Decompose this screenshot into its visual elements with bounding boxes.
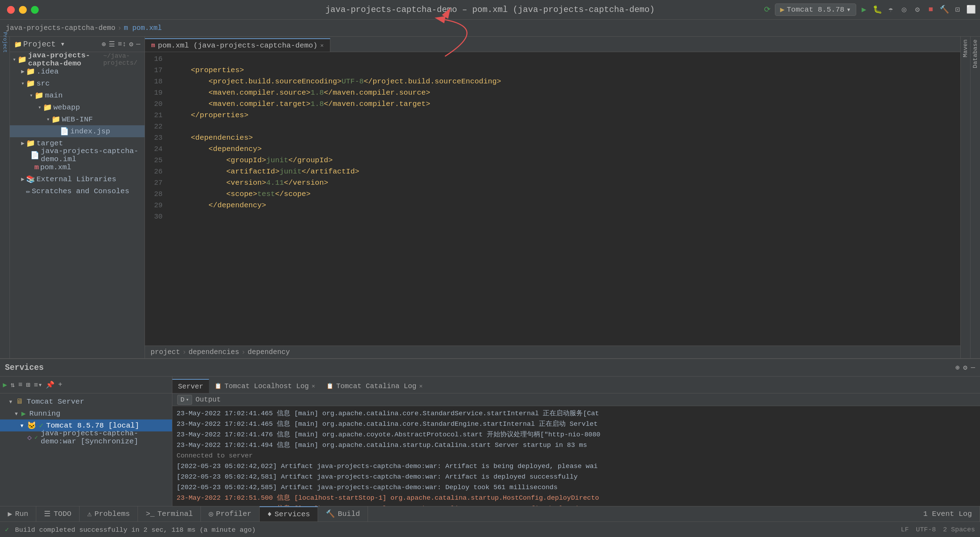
tree-iml[interactable]: ▶ 📄 java-projects-captcha-demo.iml	[10, 149, 145, 161]
log-tab-localhost-close[interactable]: ✕	[312, 382, 315, 390]
project-panel: 📁Project ▾ ⊕ ☰ ≡↕ ⚙ — ▾ 📁 java-projects-…	[10, 37, 145, 358]
log-line-5: Connected to server	[177, 451, 976, 461]
services-label: Services	[275, 510, 310, 518]
expand-icon[interactable]: ⬜	[965, 4, 977, 16]
run-config-dropdown[interactable]: ▶ Tomcat 8.5.78 ▾	[775, 3, 856, 16]
profile-icon[interactable]: ◎	[898, 4, 910, 16]
bottom-tab-terminal[interactable]: >_ Terminal	[138, 507, 201, 521]
chevron-down-icon: ▾	[846, 5, 851, 14]
panel-gear-icon[interactable]: ⚙	[129, 40, 133, 49]
svc-tree-running[interactable]: ▾ ▶ Running	[0, 408, 172, 419]
bottom-tab-build[interactable]: 🔨 Build	[318, 507, 368, 521]
output-label: Output	[196, 395, 221, 404]
run-icon[interactable]: ▶	[858, 4, 870, 16]
log-line-6: [2022-05-23 05:02:42,022] Artifact java-…	[177, 461, 976, 472]
tree-indexjsp[interactable]: ▶ 📄 index.jsp	[10, 125, 145, 137]
coverage-icon[interactable]: ☂	[885, 4, 896, 16]
log-tab-catalina-close[interactable]: ✕	[419, 382, 423, 390]
svc-collapse-icon[interactable]: ≡	[18, 381, 22, 389]
svc-tree-artifact[interactable]: ▾ ◇ ✓ java-projects-captcha-demo:war [Sy…	[0, 432, 172, 443]
services-tree: ▾ 🖥 Tomcat Server ▾ ▶ Running ▾ 🐱 ✓	[0, 394, 172, 506]
build-icon[interactable]: 🔨	[939, 4, 950, 16]
svc-tree-tomcat-server[interactable]: ▾ 🖥 Tomcat Server	[0, 395, 172, 408]
breadcrumb-file[interactable]: m pom.xml	[124, 24, 162, 32]
services-gear-icon[interactable]: ⚙	[963, 363, 967, 372]
panel-sort-icon[interactable]: ≡↕	[118, 40, 126, 48]
services-right: Server 📋 Tomcat Localhost Log ✕ 📋 Tomcat…	[172, 376, 980, 506]
services-panel: Services ⊕ ⚙ — ▶ ⇅ ≡ ⊞ ≡▾ 📌 + ▾ 🖥	[0, 358, 980, 506]
panel-close-icon[interactable]: —	[136, 40, 140, 48]
traffic-lights	[7, 6, 39, 14]
status-left: ✓ Build completed successfully in 2 sec,…	[5, 525, 895, 534]
terminal-label: Terminal	[158, 510, 193, 518]
stop-icon[interactable]: ■	[925, 4, 936, 16]
tree-src[interactable]: ▾ 📁 src	[10, 77, 145, 89]
code-editor[interactable]: 16 17 18 19 20 21 22 23 24 25 26 27 28 2…	[145, 52, 960, 346]
breadcrumb-dependency-tag[interactable]: dependency	[248, 348, 290, 356]
problems-label: Problems	[95, 510, 130, 518]
tree-extlibs[interactable]: ▶ 📚 External Libraries	[10, 173, 145, 185]
services-collapse-icon[interactable]: —	[971, 363, 975, 371]
tab-pom[interactable]: m pom.xml (java-projects-captcha-demo) ✕	[145, 38, 330, 52]
services-toolbar: ▶ ⇅ ≡ ⊞ ≡▾ 📌 +	[0, 376, 172, 394]
tree-scratches[interactable]: ▶ ✏ Scratches and Consoles	[10, 185, 145, 197]
svc-add-icon[interactable]: +	[58, 381, 62, 389]
status-lf[interactable]: LF	[901, 526, 909, 534]
bottom-tab-problems[interactable]: ⚠ Problems	[80, 507, 138, 521]
log-line-3: 23-May-2022 17:02:41.476 信息 [main] org.a…	[177, 429, 976, 440]
log-line-4: 23-May-2022 17:02:41.494 信息 [main] org.a…	[177, 440, 976, 451]
eventlog-label: 1 Event Log	[923, 510, 972, 518]
log-tab-localhost[interactable]: 📋 Tomcat Localhost Log ✕	[209, 379, 321, 393]
svc-pin-icon[interactable]: 📌	[46, 381, 54, 389]
log-line-2: 23-May-2022 17:02:41.465 信息 [main] org.a…	[177, 419, 976, 429]
log-line-1: 23-May-2022 17:02:41.465 信息 [main] org.a…	[177, 408, 976, 419]
fullscreen-button[interactable]	[31, 6, 39, 14]
log-content: 23-May-2022 17:02:41.465 信息 [main] org.a…	[172, 406, 980, 506]
bookmark-icon[interactable]: ⊡	[952, 4, 963, 16]
tree-webinf[interactable]: ▾ 📁 WEB-INF	[10, 113, 145, 125]
build-icon-tab: 🔨	[326, 510, 335, 518]
code-content[interactable]: <properties> <project.build.sourceEncodi…	[166, 52, 960, 346]
log-level-dropdown[interactable]: D ▾	[177, 395, 192, 405]
log-tab-server[interactable]: Server	[172, 379, 209, 393]
tree-main[interactable]: ▾ 📁 main	[10, 89, 145, 101]
breadcrumb-project-tag[interactable]: project	[151, 348, 180, 356]
svc-artifact-label: java-projects-captcha-demo:war [Synchron…	[41, 429, 169, 446]
tree-root[interactable]: ▾ 📁 java-projects-captcha-demo ~/java-pr…	[10, 54, 145, 65]
bottom-tab-todo[interactable]: ☰ TODO	[36, 507, 79, 521]
tab-close-icon[interactable]: ✕	[320, 42, 324, 49]
todo-icon: ☰	[44, 510, 51, 518]
status-spaces[interactable]: 2 Spaces	[943, 526, 975, 534]
bottom-tab-eventlog[interactable]: 1 Event Log	[915, 507, 980, 521]
bottom-tab-run[interactable]: ▶ Run	[0, 507, 36, 521]
editor-area: m pom.xml (java-projects-captcha-demo) ✕…	[145, 37, 960, 358]
breadcrumb-project[interactable]: java-projects-captcha-demo	[6, 24, 115, 32]
settings-icon-2[interactable]: ⚙	[912, 4, 923, 16]
maven-label[interactable]: Maven	[962, 40, 969, 57]
log-line-8: [2022-05-23 05:02:42,585] Artifact java-…	[177, 482, 976, 492]
close-button[interactable]	[7, 6, 15, 14]
log-output-header: D ▾ Output	[172, 394, 980, 406]
svc-expand-icon[interactable]: ⇅	[11, 381, 15, 389]
log-line-9: 23-May-2022 17:02:51.500 信息 [localhost-s…	[177, 492, 976, 503]
svc-filter-icon[interactable]: ≡▾	[34, 381, 42, 389]
profiler-label: Profiler	[216, 510, 251, 518]
minimize-button[interactable]	[19, 6, 27, 14]
debug-icon[interactable]: 🐛	[872, 4, 883, 16]
database-label[interactable]: Database	[972, 40, 978, 68]
services-title: Services	[5, 363, 44, 372]
status-encoding[interactable]: UTF-8	[916, 526, 936, 534]
panel-collapse-icon[interactable]: ☰	[109, 40, 115, 49]
log-tab-catalina[interactable]: 📋 Tomcat Catalina Log ✕	[321, 379, 428, 393]
tree-webapp[interactable]: ▾ 📁 webapp	[10, 101, 145, 113]
svc-run-icon[interactable]: ▶	[3, 381, 7, 389]
svc-group-icon[interactable]: ⊞	[26, 381, 30, 389]
bottom-tab-services[interactable]: ♦ Services	[259, 507, 318, 521]
bottom-tab-profiler[interactable]: ◎ Profiler	[201, 507, 259, 521]
project-icon[interactable]: Project	[1, 38, 9, 46]
status-right: LF UTF-8 2 Spaces	[901, 526, 975, 534]
breadcrumb-dependencies-tag[interactable]: dependencies	[189, 348, 239, 356]
panel-settings-icon[interactable]: ⊕	[102, 40, 106, 49]
services-add-icon[interactable]: ⊕	[955, 363, 959, 372]
sync-icon[interactable]: ⟳	[762, 4, 773, 16]
